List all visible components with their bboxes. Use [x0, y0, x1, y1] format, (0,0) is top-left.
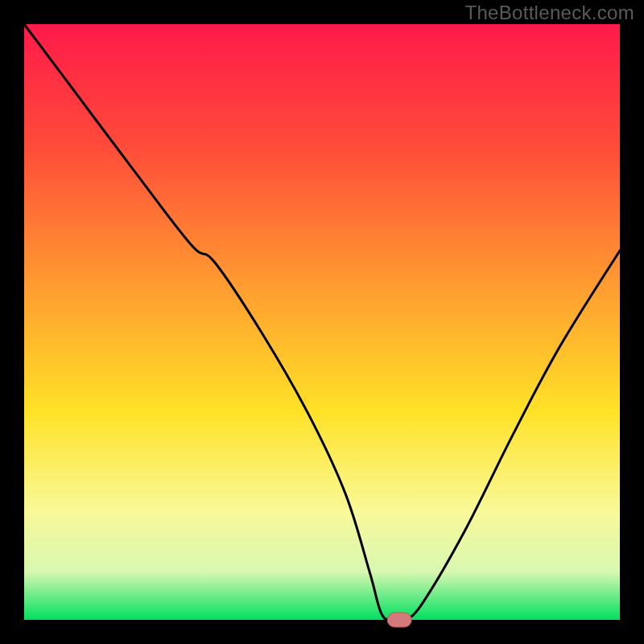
chart-frame: TheBottleneck.com — [0, 0, 644, 644]
watermark-label: TheBottleneck.com — [464, 2, 634, 24]
optimal-marker — [387, 613, 411, 627]
plot-area — [24, 24, 620, 620]
bottleneck-chart — [0, 0, 644, 644]
